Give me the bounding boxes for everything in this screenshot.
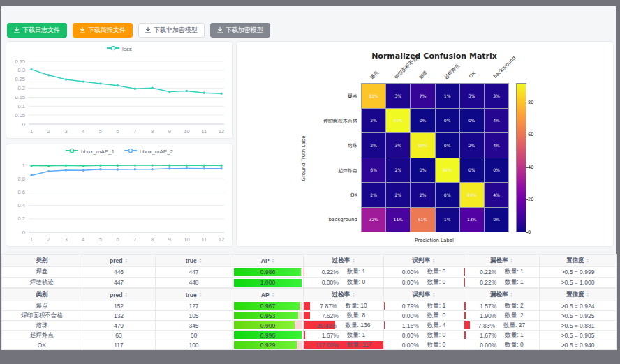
pred-cell-value: 447: [114, 279, 124, 286]
class-cell-value: OK: [38, 342, 46, 349]
column-header-ap[interactable]: AP▲▼: [232, 255, 304, 267]
pred-cell: 132: [82, 311, 156, 321]
column-header-ap[interactable]: AP▲▼: [232, 289, 304, 301]
svg-text:3: 3: [64, 128, 67, 135]
ap-bar-track: 0.996: [234, 331, 302, 339]
cm-cell: 2%: [362, 183, 385, 207]
ap-bar-track: 0.953: [234, 312, 302, 319]
ap-value: 0.967: [234, 302, 302, 310]
column-header-confidence[interactable]: 置信度▲▼: [540, 289, 617, 301]
column-header-pred[interactable]: pred▲▼: [82, 255, 156, 267]
column-header-true[interactable]: true▲▼: [156, 255, 232, 267]
column-header-label: 误判率: [413, 257, 431, 265]
confidence-cell: >0.5 = 0.925: [540, 311, 617, 321]
column-header-over-rate[interactable]: 过检率▲▼: [304, 255, 384, 267]
svg-text:10: 10: [184, 128, 189, 135]
download-plain-model-button[interactable]: 下载非加密模型: [138, 23, 205, 38]
legend-item-loss[interactable]: loss: [107, 45, 132, 52]
dashboard-page: 下载日志文件下载简报文件下载非加密模型下载加密模型 00.050.10.150.…: [1, 6, 616, 347]
confusion-matrix-title: Normalized Confusion Matrix: [371, 52, 497, 61]
cm-cell: 4%: [485, 183, 508, 207]
svg-text:8: 8: [151, 236, 154, 243]
button-label: 下载日志文件: [22, 26, 60, 35]
table-row: 爆点1521270.9677.87%数量: 100.79%数量: 11.57%数…: [2, 301, 617, 311]
rate-bar: [304, 312, 310, 319]
svg-text:4: 4: [82, 128, 84, 135]
loss-plot: 00.050.10.150.20.250.30.3512345678910111…: [6, 42, 232, 138]
svg-text:6: 6: [117, 128, 119, 135]
svg-text:7: 7: [133, 128, 136, 135]
cm-col-label: 熔珠: [418, 69, 429, 81]
legend-label: bbox_mAP_2: [140, 149, 173, 155]
cm-cell: 92%: [436, 158, 459, 183]
rate-percent: 7.62%: [322, 312, 339, 319]
rate-count: 数量: 136: [345, 321, 370, 330]
svg-text:0.8: 0.8: [18, 176, 25, 182]
cm-cell-value: 2%: [370, 143, 377, 148]
true-cell: 105: [156, 311, 232, 321]
cm-colorbar: [516, 83, 526, 232]
column-header-pred[interactable]: pred▲▼: [82, 289, 156, 301]
cm-cell-value: 90%: [418, 143, 427, 148]
confidence-cell-value: >0.5 = 1.000: [561, 279, 595, 286]
column-header-over-rate[interactable]: 过检率▲▼: [304, 289, 384, 301]
misjudge-rate-cell-content: 0.79%数量: 1: [384, 301, 464, 310]
svg-text:0.2: 0.2: [18, 85, 25, 91]
miss-rate-cell-content: 0.00%数量: 0: [464, 340, 539, 349]
cm-cell-value: 32%: [369, 217, 378, 222]
confidence-cell-value: >0.5 = 0.940: [561, 342, 595, 349]
column-header-label: pred: [110, 257, 122, 264]
download-report-button[interactable]: 下载简报文件: [73, 23, 133, 38]
rate-percent: 0.22%: [322, 268, 339, 275]
cm-cell: 0%: [411, 109, 434, 133]
rate-percent: 117.00%: [316, 342, 339, 349]
rate-percent: 0.79%: [402, 303, 419, 310]
over-rate-cell-content: 0.00%数量: 0: [304, 278, 383, 287]
ap-cell: 0.986: [232, 267, 304, 278]
column-header-label: 置信度: [566, 291, 584, 299]
rate-count: 数量: 0: [427, 341, 445, 349]
ap-value: 0.953: [234, 312, 302, 319]
misjudge-rate-cell-content: 0.00%数量: 0: [384, 267, 464, 277]
svg-text:1: 1: [30, 236, 33, 243]
summary-table-section-2: 类别pred▲▼true▲▼AP▲▼过检率▲▼误判率▲▼漏检率▲▼置信度▲▼爆点…: [1, 288, 616, 350]
legend-item-bbox_mAP_1[interactable]: bbox_mAP_1: [66, 148, 115, 155]
confidence-cell: >0.5 = 0.999: [540, 267, 617, 278]
table-header-row: 类别pred▲▼true▲▼AP▲▼过检率▲▼误判率▲▼漏检率▲▼置信度▲▼: [2, 255, 617, 267]
legend-label: loss: [122, 46, 132, 52]
misjudge-rate-cell: 0.00%数量: 0: [384, 267, 464, 278]
cm-cell-value: 0%: [444, 192, 451, 197]
ap-value: 0.900: [234, 321, 302, 329]
button-label: 下载简报文件: [88, 26, 126, 35]
column-header-miss-rate[interactable]: 漏检率▲▼: [464, 289, 540, 301]
bbox_mAP-plot: 00.20.40.60.81123456789101112: [6, 144, 232, 246]
column-header-miss-rate[interactable]: 漏检率▲▼: [464, 255, 540, 267]
rate-count: 数量: 8: [347, 312, 365, 320]
download-encrypted-model-button[interactable]: 下载加密模型: [210, 23, 270, 38]
pred-cell: 117: [82, 340, 156, 350]
download-icon: [80, 27, 85, 33]
column-header-misjudge-rate[interactable]: 误判率▲▼: [384, 289, 464, 301]
column-header-true[interactable]: true▲▼: [156, 289, 232, 301]
miss-rate-cell-content: 1.57%数量: 2: [464, 301, 539, 310]
legend-item-bbox_mAP_2[interactable]: bbox_mAP_2: [124, 148, 173, 155]
ap-cell: 0.953: [232, 311, 304, 321]
confidence-cell: >0.5 = 0.924: [540, 301, 617, 311]
over-rate-cell: 7.87%数量: 10: [304, 301, 384, 311]
column-header-label: AP: [261, 257, 270, 264]
download-icon: [14, 27, 20, 33]
cm-cell: 4%: [485, 133, 508, 158]
cm-cell: 2%: [386, 158, 410, 183]
cm-xaxis-label: Prediction Label: [415, 238, 454, 243]
sort-caret-icon: ▲▼: [272, 258, 274, 264]
column-header-misjudge-rate[interactable]: 误判率▲▼: [384, 255, 464, 267]
svg-text:5: 5: [99, 236, 102, 243]
true-cell: 60: [156, 331, 232, 340]
cm-cell: 0%: [436, 109, 459, 133]
download-log-button[interactable]: 下载日志文件: [7, 23, 67, 38]
column-header-confidence[interactable]: 置信度▲▼: [540, 255, 617, 267]
miss-rate-cell: 1.57%数量: 2: [464, 301, 540, 311]
true-cell-value: 345: [189, 322, 198, 329]
confidence-cell: >0.5 = 0.881: [540, 321, 617, 331]
legend-label: bbox_mAP_1: [81, 149, 115, 155]
